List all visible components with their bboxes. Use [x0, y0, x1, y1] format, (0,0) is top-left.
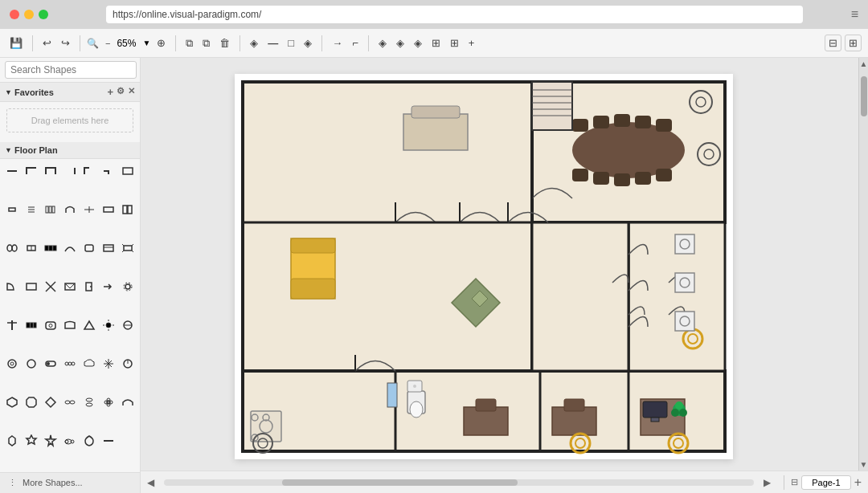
- favorites-header[interactable]: ▼ Favorites + ⚙ ✕: [0, 83, 140, 102]
- zoom-out-button[interactable]: −: [102, 37, 113, 50]
- floor-plan-header[interactable]: ▼ Floor Plan: [0, 142, 140, 159]
- shape-bars-2[interactable]: [23, 316, 40, 334]
- favorites-close-icon[interactable]: ✕: [128, 86, 135, 98]
- delete-button[interactable]: 🗑: [216, 35, 233, 51]
- connector2-button[interactable]: ⌐: [349, 35, 362, 51]
- shape-small-1[interactable]: [3, 201, 21, 218]
- favorites-add-icon[interactable]: +: [107, 86, 113, 98]
- scroll-down-button[interactable]: ▼: [860, 460, 868, 469]
- zoom-dropdown-icon[interactable]: ▼: [142, 39, 150, 47]
- shape-diamond-1[interactable]: [42, 393, 59, 411]
- shape-misc-1[interactable]: [80, 432, 98, 450]
- add-button[interactable]: +: [465, 35, 478, 51]
- grid-button[interactable]: ⊞: [447, 35, 462, 51]
- shape-box-1[interactable]: [119, 201, 137, 218]
- shape-arrow-1[interactable]: [100, 278, 117, 295]
- style-button[interactable]: ◈: [301, 35, 315, 51]
- page-tab-1[interactable]: Page-1: [801, 475, 850, 490]
- shape-circle-2[interactable]: [23, 355, 40, 373]
- shape-wheel-1[interactable]: [3, 355, 21, 373]
- shape-tank-1[interactable]: [80, 239, 98, 257]
- shape-door-1[interactable]: [80, 278, 98, 295]
- shape-x-1[interactable]: [42, 278, 59, 295]
- shape-lines-1[interactable]: [23, 201, 40, 218]
- shape-box-3[interactable]: [23, 278, 40, 295]
- undo-button[interactable]: ↩: [39, 35, 55, 51]
- add-page-button[interactable]: +: [854, 475, 862, 490]
- shape-multi-3[interactable]: [23, 432, 40, 450]
- more-shapes-button[interactable]: ⋮ More Shapes...: [0, 472, 140, 493]
- search-input[interactable]: [5, 61, 137, 79]
- address-bar[interactable]: https://online.visual-paradigm.com/: [106, 6, 803, 23]
- arrange1-button[interactable]: ◈: [375, 35, 390, 51]
- canvas-scroll[interactable]: [141, 58, 858, 471]
- shape-sun-1[interactable]: [100, 316, 117, 334]
- panel-toggle-1[interactable]: ⊟: [825, 35, 841, 51]
- shape-hexagon-1[interactable]: [3, 393, 21, 411]
- shape-chain-1[interactable]: [61, 355, 79, 373]
- shape-rect-1[interactable]: [119, 162, 137, 180]
- copy-button[interactable]: ⧉: [182, 35, 196, 51]
- shape-multi-4[interactable]: [42, 432, 59, 450]
- panel-toggle-2[interactable]: ⊞: [845, 35, 862, 51]
- scroll-up-button[interactable]: ▲: [860, 59, 868, 68]
- horizontal-scroll-thumb[interactable]: [282, 479, 518, 486]
- shape-gear-1[interactable]: [119, 278, 137, 295]
- shape-arch-2[interactable]: [61, 239, 79, 257]
- scroll-left-button[interactable]: ◀: [147, 477, 154, 488]
- shape-cloud-2[interactable]: [61, 432, 79, 450]
- favorites-settings-icon[interactable]: ⚙: [117, 86, 125, 98]
- shape-arch-1[interactable]: [61, 201, 79, 218]
- minimize-button[interactable]: [24, 10, 34, 19]
- line-button[interactable]: —: [264, 35, 281, 51]
- fill-button[interactable]: ◈: [247, 35, 261, 51]
- shape-corner-3[interactable]: [3, 278, 21, 295]
- shape-wall-3[interactable]: [42, 162, 59, 180]
- shape-rect-2[interactable]: [100, 201, 117, 218]
- arrange2-button[interactable]: ◈: [393, 35, 407, 51]
- shape-snowflake-1[interactable]: [100, 355, 117, 373]
- shape-bars-1[interactable]: [42, 201, 59, 218]
- shape-wall-2[interactable]: [23, 162, 40, 180]
- shape-envelope-1[interactable]: [61, 278, 79, 295]
- shape-arch-3[interactable]: [119, 393, 137, 411]
- align-button[interactable]: ⊞: [428, 35, 444, 51]
- shape-separator-1[interactable]: [80, 201, 98, 218]
- maximize-button[interactable]: [39, 10, 48, 19]
- redo-button[interactable]: ↪: [58, 35, 73, 51]
- shape-flower-1[interactable]: [100, 393, 117, 411]
- shape-circle-3[interactable]: [119, 355, 137, 373]
- shape-counter-1[interactable]: [100, 239, 117, 257]
- shape-chain-2[interactable]: [61, 393, 79, 411]
- scroll-right-button[interactable]: ▶: [764, 477, 771, 488]
- shape-cloud-1[interactable]: [80, 355, 98, 373]
- shape-corner-2[interactable]: [100, 162, 117, 180]
- rect-button[interactable]: □: [285, 35, 297, 51]
- shape-box-2[interactable]: [23, 239, 40, 257]
- menu-icon[interactable]: ≡: [851, 7, 858, 22]
- shape-line-1[interactable]: [100, 432, 117, 450]
- save-button[interactable]: 💾: [6, 35, 26, 51]
- shape-wall-4[interactable]: [61, 162, 79, 180]
- shape-octagon-1[interactable]: [23, 393, 40, 411]
- shape-glasses-1[interactable]: [3, 239, 21, 257]
- connector1-button[interactable]: →: [329, 35, 346, 51]
- close-button[interactable]: [10, 10, 19, 19]
- shape-multi-2[interactable]: [3, 432, 21, 450]
- shape-table-1[interactable]: [119, 239, 137, 257]
- arrange3-button[interactable]: ◈: [411, 35, 425, 51]
- shape-corner-1[interactable]: [80, 162, 98, 180]
- shape-toggle-1[interactable]: [42, 355, 59, 373]
- paste-button[interactable]: ⧉: [199, 35, 213, 51]
- horizontal-scrollbar[interactable]: [164, 479, 754, 486]
- shape-multi-1[interactable]: [42, 239, 59, 257]
- shape-chain-3[interactable]: [80, 393, 98, 411]
- shape-table-2[interactable]: [3, 316, 21, 334]
- zoom-in-button[interactable]: ⊕: [154, 35, 169, 51]
- shape-sink-1[interactable]: [42, 316, 59, 334]
- shape-circle-1[interactable]: [119, 316, 137, 334]
- right-scrollbar[interactable]: ▲ ▼: [858, 58, 868, 471]
- shape-custom-1[interactable]: [61, 316, 79, 334]
- shape-wall-1[interactable]: [3, 162, 21, 180]
- scroll-thumb[interactable]: [861, 76, 867, 116]
